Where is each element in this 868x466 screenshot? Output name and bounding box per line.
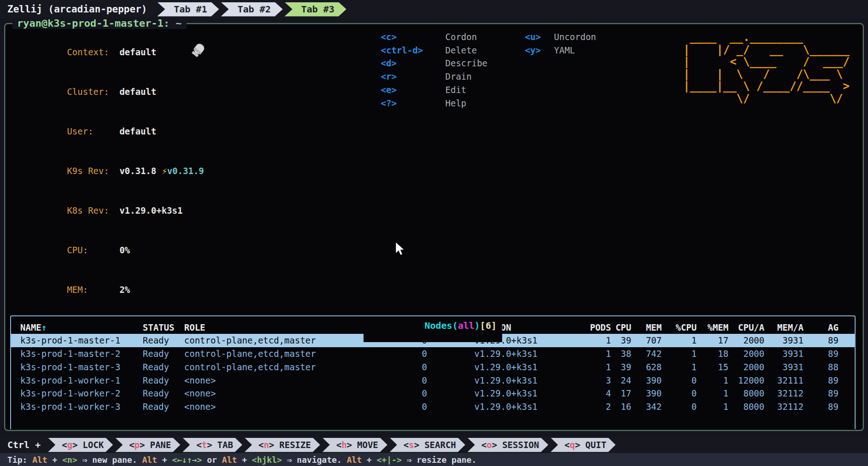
cell-version: v1.29.0+k3s1: [474, 347, 566, 361]
cell-version: v1.29.0+k3s1: [474, 400, 566, 414]
table-row[interactable]: k3s-prod-1-worker-2 Ready <none> 0 v1.29…: [11, 387, 855, 400]
col-header-pods[interactable]: PODS: [566, 321, 611, 334]
cell-pods: 1: [566, 347, 611, 361]
tip-text: ⇒ new pane.: [77, 455, 142, 465]
keybar-resize[interactable]: <n>RESIZE: [245, 438, 320, 452]
cell-version: v1.29.0+k3s1: [474, 387, 566, 400]
tip-text: <n>: [62, 455, 77, 465]
info-label: CPU:: [67, 244, 119, 257]
keybar-pane[interactable]: <p>PANE: [115, 438, 180, 452]
cell-taints: 0: [422, 361, 474, 374]
col-header-cpu[interactable]: CPU: [611, 321, 631, 334]
tip-text: <+|->: [377, 455, 402, 465]
zellij-keybar: Ctrl + <g>LOCK <p>PANE <t>TAB <n>RESIZE …: [0, 437, 868, 453]
table-row[interactable]: k3s-prod-1-master-3 Ready control-plane,…: [11, 361, 855, 374]
hotkey-key: <ctrl-d>: [381, 44, 445, 57]
logo-line: | |/ _/ __ \______: [683, 44, 850, 56]
col-header-pcpu[interactable]: %CPU: [662, 321, 697, 334]
tab-label: Tab #3: [301, 4, 334, 15]
pane-title: ryan@k3s-prod-1-master-1: ~: [12, 17, 186, 29]
tab-1[interactable]: Tab #1: [157, 2, 219, 17]
tab-2[interactable]: Tab #2: [221, 2, 283, 17]
info-label: Context:: [67, 46, 119, 59]
cell-mema: 32112: [764, 387, 804, 400]
keybar-label: RESIZE: [280, 440, 311, 450]
info-label: K8s Rev:: [67, 204, 119, 217]
info-k8s-rev: K8s Rev:v1.29.0+k3s1: [14, 191, 862, 230]
keybar-quit[interactable]: <q>QUIT: [551, 438, 616, 452]
keybar-prefix: Ctrl +: [7, 439, 41, 450]
col-header-cpua[interactable]: CPU/A: [728, 321, 764, 334]
cell-pmem: 18: [697, 347, 728, 361]
keybar-label: LOCK: [83, 440, 104, 450]
col-header-mema[interactable]: MEM/A: [764, 321, 804, 334]
cell-status: Ready: [143, 374, 184, 387]
cell-pcpu: 0: [662, 387, 697, 400]
hotkey-cordon: <c>Cordon: [381, 30, 488, 44]
col-header-status[interactable]: STATUS: [143, 321, 184, 334]
cell-pmem: 15: [697, 361, 728, 374]
cell-pmem: 17: [697, 334, 728, 347]
cell-cpu: 39: [611, 334, 631, 347]
title-close: ): [474, 320, 480, 331]
info-k9s-rev: K9s Rev:v0.31.8⚡v0.31.9: [14, 151, 862, 191]
keybar-move[interactable]: <h>MOVE: [322, 438, 387, 452]
cell-role: <none>: [184, 374, 422, 387]
table-row[interactable]: k3s-prod-1-master-2 Ready control-plane,…: [11, 347, 855, 361]
info-user: User:default: [14, 111, 862, 151]
keybar-label: SEARCH: [425, 440, 456, 450]
tab-label: Tab #2: [238, 4, 271, 15]
keybar-label: SESSION: [502, 440, 539, 450]
cell-mema: 3931: [764, 361, 804, 374]
tip-text: ⇒ navigate.: [282, 455, 347, 465]
cell-name: k3s-prod-1-worker-1: [20, 374, 143, 387]
keybar-session[interactable]: <o>SESSION: [467, 438, 548, 452]
info-mem: MEM:2%: [14, 270, 862, 310]
angle-close: >: [72, 440, 77, 450]
terminal-pane: ryan@k3s-prod-1-master-1: ~ Context:defa…: [4, 23, 864, 431]
col-header-age[interactable]: AG: [804, 321, 855, 334]
cell-name: k3s-prod-1-master-3: [20, 361, 143, 374]
k9s-ascii-logo: ____ __.________ | |/ _/ __ \______ | < …: [683, 31, 850, 105]
hotkey-label: Help: [445, 98, 466, 108]
key-letter: g: [67, 440, 72, 450]
col-header-pmem[interactable]: %MEM: [697, 321, 728, 334]
angle-close: >: [269, 440, 274, 450]
info-value: v1.29.0+k3s1: [119, 205, 182, 216]
cell-taints: 0: [422, 374, 474, 387]
angle-open: <: [565, 440, 570, 450]
cell-cpua: 8000: [728, 387, 764, 400]
keybar-lock[interactable]: <g>LOCK: [48, 438, 113, 452]
cell-role: control-plane,etcd,master: [184, 347, 422, 361]
cell-taints: 0: [422, 400, 474, 414]
cell-cpu: 16: [611, 400, 631, 414]
tip-text: Alt: [142, 455, 157, 465]
hotkey-yaml: <y>YAML: [525, 44, 596, 57]
cell-status: Ready: [143, 387, 184, 400]
cell-pmem: 1: [697, 387, 728, 400]
hotkey-list-left: <c>Cordon <ctrl-d>Delete <d>Describe <r>…: [381, 30, 488, 110]
cell-version: v1.29.0+k3s1: [474, 374, 566, 387]
key-letter: t: [202, 440, 207, 450]
cell-age: 89: [804, 374, 855, 387]
hotkey-label: Uncordon: [554, 32, 596, 42]
cell-pcpu: 1: [662, 347, 697, 361]
table-row[interactable]: k3s-prod-1-worker-1 Ready <none> 0 v1.29…: [11, 374, 855, 387]
keybar-search[interactable]: <s>SEARCH: [390, 438, 465, 452]
tab-3-active[interactable]: Tab #3: [285, 2, 346, 17]
cell-cpu: 38: [611, 347, 631, 361]
cell-taints: 0: [422, 387, 474, 400]
cell-taints: 0: [422, 347, 474, 361]
col-header-mem[interactable]: MEM: [631, 321, 662, 334]
col-header-name[interactable]: NAME↑: [20, 321, 143, 334]
cell-name: k3s-prod-1-master-1: [20, 334, 143, 347]
cell-mem: 628: [631, 361, 662, 374]
cell-cpu: 39: [611, 361, 631, 374]
cell-mema: 32111: [764, 374, 804, 387]
keybar-tab[interactable]: <t>TAB: [183, 438, 243, 452]
table-row[interactable]: k3s-prod-1-worker-3 Ready <none> 0 v1.29…: [11, 400, 855, 414]
cell-mem: 390: [631, 374, 662, 387]
logo-line: | < \____ / ___/: [683, 56, 850, 68]
hotkey-key: <c>: [381, 30, 445, 44]
logo-line: | | \ / /\___ \: [683, 68, 850, 81]
